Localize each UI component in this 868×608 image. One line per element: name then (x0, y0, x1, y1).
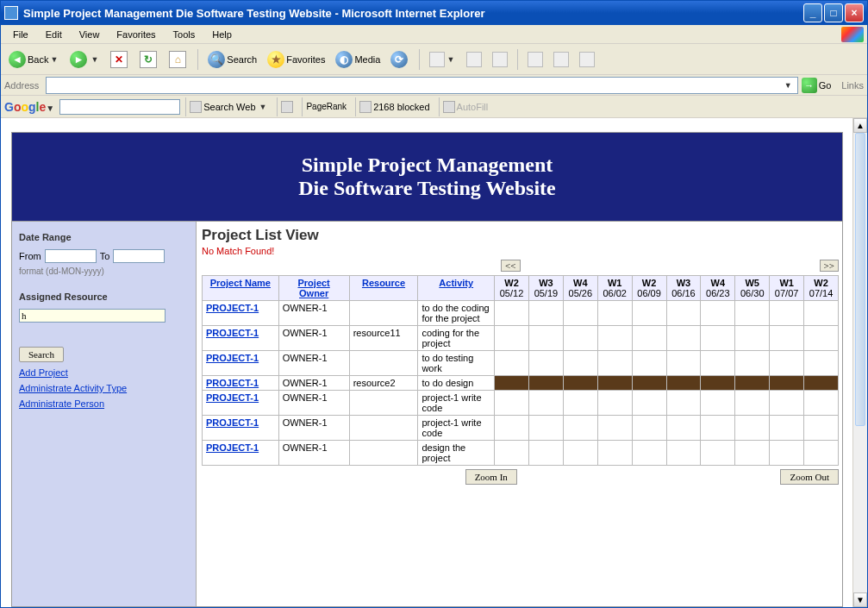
close-button[interactable]: × (845, 3, 864, 22)
address-dropdown-icon[interactable]: ▼ (783, 81, 794, 90)
folder-button[interactable] (523, 49, 547, 70)
go-button[interactable]: → Go (802, 78, 832, 93)
maximize-button[interactable]: □ (824, 3, 843, 22)
project-link[interactable]: PROJECT-1 (206, 328, 259, 338)
scroll-track[interactable] (853, 133, 867, 592)
from-input[interactable] (45, 249, 97, 263)
zoom-out-button[interactable]: Zoom Out (780, 469, 839, 485)
address-label: Address (4, 80, 42, 91)
scroll-up-button[interactable]: ▲ (853, 118, 867, 133)
administrate-activity-type-link[interactable]: Administrate Activity Type (19, 383, 189, 393)
vertical-scrollbar[interactable]: ▲ ▼ (852, 118, 867, 607)
table-row: PROJECT-1OWNER-1resource11coding for the… (203, 326, 839, 351)
edit-button[interactable] (488, 49, 512, 70)
activity-cell: to do design (418, 376, 495, 391)
gantt-cell (804, 351, 839, 376)
gantt-cell (563, 416, 597, 441)
assigned-resource-input[interactable] (19, 309, 165, 323)
menu-edit[interactable]: Edit (37, 28, 71, 41)
back-button[interactable]: ◄ Back ▼ (4, 48, 64, 71)
resource-cell (349, 301, 418, 326)
popup-blocked-icon (359, 101, 372, 113)
forward-arrow-icon: ► (70, 51, 87, 68)
gantt-cell (804, 391, 839, 416)
mail-button[interactable]: ▼ (425, 49, 460, 70)
project-link[interactable]: PROJECT-1 (206, 442, 259, 453)
back-dropdown-icon[interactable]: ▼ (48, 55, 59, 64)
gantt-cell (632, 301, 666, 326)
menu-help[interactable]: Help (203, 28, 240, 41)
mail-dropdown-icon[interactable]: ▼ (445, 55, 456, 64)
prev-page-button[interactable]: << (501, 260, 520, 272)
menu-file[interactable]: File (4, 28, 37, 41)
col-project-owner[interactable]: Project Owner (297, 278, 329, 298)
project-link[interactable]: PROJECT-1 (206, 353, 259, 363)
banner-line2: Die Software Testing Website (12, 177, 842, 200)
chevron-down-icon[interactable]: ▼ (258, 103, 269, 111)
google-search-input[interactable] (59, 99, 180, 115)
project-table: Project Name Project Owner Resource Acti… (202, 275, 839, 466)
forward-button[interactable]: ► ▼ (66, 48, 104, 71)
media-button[interactable]: ◐ Media (331, 48, 384, 71)
gantt-cell (528, 441, 563, 466)
gantt-cell (528, 416, 563, 441)
gantt-cell (632, 351, 666, 376)
project-link[interactable]: PROJECT-1 (206, 392, 259, 403)
col-resource[interactable]: Resource (362, 278, 405, 288)
week-header: W1 07/07 (770, 276, 804, 301)
next-page-button[interactable]: >> (820, 260, 839, 272)
table-header-row: Project Name Project Owner Resource Acti… (203, 276, 839, 301)
home-button[interactable]: ⌂ (165, 48, 192, 71)
zoom-in-button[interactable]: Zoom In (465, 469, 517, 485)
minimize-button[interactable]: _ (803, 3, 822, 22)
search-button-sidebar[interactable]: Search (19, 347, 64, 362)
project-link[interactable]: PROJECT-1 (206, 417, 259, 428)
project-link[interactable]: PROJECT-1 (206, 303, 259, 313)
activity-cell: project-1 write code (418, 391, 495, 416)
activity-cell: to do testing work (418, 351, 495, 376)
to-input[interactable] (113, 249, 165, 263)
misc-button-1[interactable] (549, 49, 573, 70)
scroll-thumb[interactable] (855, 133, 865, 426)
address-input[interactable] (50, 79, 782, 91)
links-label[interactable]: Links (834, 80, 864, 91)
add-project-link[interactable]: Add Project (19, 367, 189, 378)
google-news-button[interactable] (277, 97, 297, 116)
address-field-wrap[interactable]: ▼ (46, 77, 797, 94)
menu-tools[interactable]: Tools (165, 28, 204, 41)
google-toolbar: Google▼ Search Web▼ PageRank 2168 blocke… (1, 96, 867, 118)
menu-favorites[interactable]: Favorites (108, 28, 164, 41)
print-button[interactable] (462, 49, 486, 70)
gantt-cell (770, 441, 804, 466)
gantt-cell (804, 326, 839, 351)
search-button[interactable]: 🔍 Search (203, 48, 261, 71)
no-match-message: No Match Found! (202, 246, 839, 256)
search-label: Search (227, 54, 257, 65)
gantt-cell (597, 391, 632, 416)
misc-button-2[interactable] (575, 49, 599, 70)
history-button[interactable]: ⟳ (386, 48, 414, 71)
refresh-button[interactable]: ↻ (135, 48, 163, 71)
gantt-cell (495, 326, 529, 351)
gantt-cell (597, 376, 632, 391)
gantt-cell (770, 416, 804, 441)
app-icon (4, 6, 18, 20)
forward-dropdown-icon[interactable]: ▼ (89, 55, 100, 64)
google-logo-icon[interactable]: Google▼ (4, 100, 54, 114)
favorites-button[interactable]: ★ Favorites (263, 48, 329, 71)
banner: Simple Project Management Die Software T… (12, 133, 842, 221)
google-autofill-button[interactable]: AutoFill (439, 97, 492, 116)
col-activity[interactable]: Activity (439, 278, 473, 288)
stop-button[interactable]: ✕ (106, 48, 134, 71)
menu-view[interactable]: View (71, 28, 109, 41)
google-pagerank-button[interactable]: PageRank (302, 97, 350, 116)
google-blocked-button[interactable]: 2168 blocked (355, 97, 433, 116)
scroll-down-button[interactable]: ▼ (853, 592, 867, 607)
project-link[interactable]: PROJECT-1 (206, 378, 259, 388)
activity-cell: to do the coding for the project (418, 301, 495, 326)
administrate-person-link[interactable]: Administrate Person (19, 398, 189, 409)
col-project-name[interactable]: Project Name (210, 278, 271, 288)
gantt-cell (735, 301, 770, 326)
gantt-cell (770, 351, 804, 376)
google-search-web-button[interactable]: Search Web▼ (185, 97, 272, 116)
